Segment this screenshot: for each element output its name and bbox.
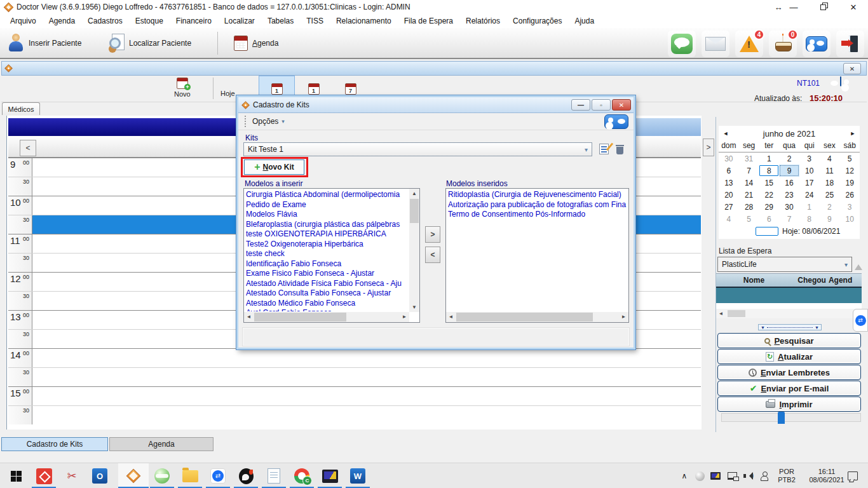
waitlist-hscrollbar[interactable]: ◄ [716,309,862,318]
calendar-day[interactable]: 30 [719,152,739,165]
column-chegou[interactable]: Chegou [792,276,826,285]
calendar-day[interactable]: 28 [739,201,759,213]
scroll-thumb[interactable] [456,313,593,322]
prev-doctor-button[interactable]: < [20,140,36,156]
tab-agenda[interactable]: Agenda [109,437,214,451]
list-item[interactable]: teste OXIGENOTERAPIA HIPERBÁRICA [246,229,408,240]
refresh-button[interactable]: ↻ Atualizar [717,349,861,364]
list-item[interactable]: Aval Card Fabio Fonseca [246,308,408,311]
list-item[interactable]: Cirurgia Plástica Abdominal (dermolipect… [246,190,408,200]
menu-item[interactable]: Ajuda [568,15,600,27]
kit-combobox[interactable]: Kit Teste 1 ▾ [243,142,592,156]
calendar-day[interactable]: 3 [839,201,860,213]
move-right-button[interactable]: > [425,226,440,243]
models-available-listbox[interactable]: Cirurgia Plástica Abdominal (dermolipect… [243,188,420,323]
move-left-button[interactable]: < [425,247,440,263]
calendar-day[interactable]: 16 [779,177,799,189]
calendar-day[interactable]: 4 [820,152,840,165]
send-reminders-button[interactable]: Enviar Lembretes [717,365,861,380]
calendar-next-icon[interactable]: ► [846,130,860,137]
scroll-left-icon[interactable]: ◄ [244,312,254,322]
contacts-button[interactable] [803,30,831,57]
taskbar-word[interactable]: W [349,468,366,484]
calendar-day[interactable]: 29 [759,201,779,213]
calendar-day[interactable]: 4 [719,213,739,225]
send-email-button[interactable]: ✔ Enviar por E-mail [717,381,861,396]
calendar-day[interactable]: 14 [739,177,759,189]
tray-sphere[interactable] [693,463,707,488]
taskbar-teamviewer[interactable] [210,468,226,484]
taskbar-dv-monitor[interactable] [322,468,338,484]
scroll-thumb[interactable] [254,313,346,322]
menu-item[interactable]: Cadastros [81,15,129,27]
mail-button[interactable] [702,30,729,57]
schedule-slot[interactable] [32,349,701,367]
menu-item[interactable]: Financeiro [170,15,218,27]
schedule-slot[interactable] [32,387,701,405]
dialog-restore-button[interactable]: ▫ [592,99,611,111]
scroll-up-icon[interactable]: ▲ [409,189,419,198]
calendar-day[interactable]: 12 [839,165,860,177]
calendar-day[interactable]: 21 [739,189,759,201]
scroll-thumb[interactable] [728,310,745,317]
tray-volume[interactable]: ) [741,463,756,488]
slider-thumb[interactable] [778,412,785,424]
calendar-day[interactable]: 8 [759,165,779,177]
scroll-left-icon[interactable]: ◄ [446,312,456,322]
tray-expand-button[interactable]: ∧ [677,463,691,488]
taskbar-screen-capture[interactable]: ✂ [64,468,80,484]
birthdays-button[interactable]: 0 [769,30,797,57]
calendar-day[interactable]: 8 [799,213,820,225]
calendar-day[interactable]: 10 [839,213,860,225]
action-center-button[interactable] [844,463,862,488]
calendar-day[interactable]: 26 [839,189,860,201]
list-item[interactable]: Atestado Consulta Fabio Fonseca - Ajusta… [246,288,408,299]
calendar-day[interactable]: 19 [839,177,860,189]
taskbar-file-explorer[interactable] [182,468,198,484]
calendar-day[interactable]: 6 [719,165,739,177]
list-item[interactable]: Termo de Consentimento Pós-Informado [448,210,627,220]
calendar-day[interactable]: 20 [719,189,739,201]
menu-item[interactable]: TISS [300,15,330,27]
calendar-day[interactable]: 22 [759,189,779,201]
list-item[interactable]: Exame Fisico Fabio Fonseca - Ajustar [246,269,408,279]
scroll-thumb[interactable] [410,199,419,223]
next-doctor-button[interactable]: > [703,139,714,156]
column-nome[interactable]: Nome [716,276,792,285]
dialog-titlebar[interactable]: Cadastro de Kits — ▫ ✕ [238,97,634,113]
calendar-day[interactable]: 18 [820,177,840,189]
calendar-day[interactable]: 5 [839,152,860,165]
calendar-day[interactable]: 24 [799,189,820,201]
menu-item[interactable]: Configurações [506,15,568,27]
menu-item[interactable]: Estoque [129,15,170,27]
taskbar-chrome[interactable] [294,468,310,484]
list-item[interactable]: Ritidoplastia (Cirurgia de Rejuvenescime… [448,190,627,200]
agenda-contacts-icon[interactable] [840,76,841,86]
calendar-day[interactable]: 15 [759,177,779,189]
dialog-close-button[interactable]: ✕ [612,99,631,111]
menu-item[interactable]: Localizar [218,15,261,27]
agenda-button[interactable]: Agenda [227,30,285,56]
tray-user[interactable] [757,463,771,488]
dialog-contacts-button[interactable] [604,114,628,129]
clinic-dropdown[interactable]: PlasticLife ▾ [717,257,852,272]
calendar-day[interactable]: 11 [820,165,840,177]
zoom-slider[interactable] [721,413,861,422]
waitlist-row[interactable] [716,288,862,303]
scroll-left-icon[interactable]: ◄ [716,309,726,318]
calendar-day[interactable]: 30 [779,201,799,213]
menu-item[interactable]: Relatórios [459,15,506,27]
schedule-slot[interactable] [32,368,701,386]
menu-item[interactable]: Arquivo [4,15,43,27]
calendar-prev-icon[interactable]: ◄ [719,130,733,137]
today-checkbox[interactable] [756,227,778,236]
list-item[interactable]: Blefaroplastia (cirurgia plástica das pá… [246,220,408,230]
scroll-right-icon[interactable]: ► [400,312,409,322]
menu-item[interactable]: Fila de Espera [398,15,459,27]
taskbar-notepad[interactable] [266,468,282,484]
print-button[interactable]: Imprimir [717,396,861,412]
alerts-button[interactable]: 4 [735,30,763,57]
edit-kit-icon[interactable] [599,144,609,154]
splitter-handle[interactable]: ▼ ▼ [758,324,822,330]
insert-patient-button[interactable]: Inserir Paciente [1,30,88,56]
